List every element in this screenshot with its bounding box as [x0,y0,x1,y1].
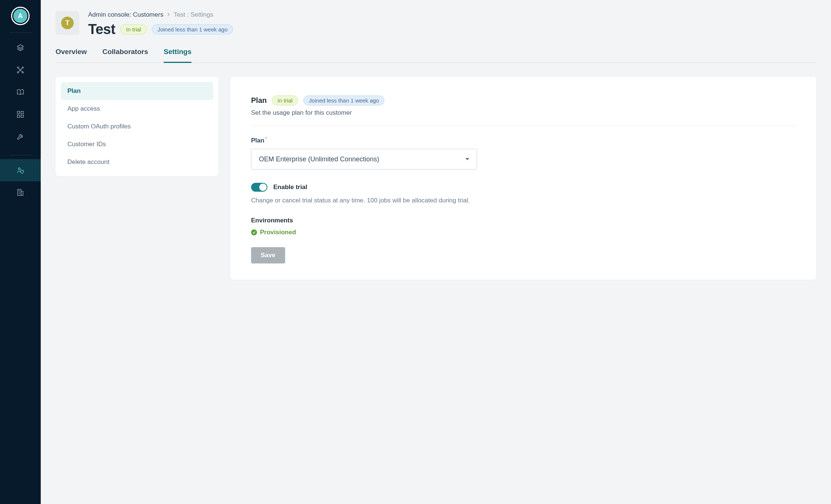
tab-overview[interactable]: Overview [56,48,87,63]
nav-item-graph[interactable] [0,59,41,81]
wrench-icon [16,132,24,141]
svg-rect-11 [17,111,20,114]
sidenav-item-app-access[interactable]: App access [61,100,213,118]
svg-line-7 [21,68,22,69]
environments-status-text: Provisioned [260,229,296,236]
svg-line-9 [21,71,22,72]
customer-tile: T [56,11,79,35]
trial-badge: In trial [120,24,147,34]
left-nav: A [0,0,41,504]
plan-select-value: OEM Enterprise (Unlimited Connections) [259,155,379,163]
toggle-knob [259,184,267,191]
sidenav-item-oauth[interactable]: Custom OAuth profiles [61,118,213,135]
plan-panel: Plan In trial Joined less than 1 week ag… [230,77,816,280]
svg-line-8 [19,71,20,72]
required-asterisk: * [265,136,267,141]
svg-rect-14 [21,115,23,117]
page-header: T Admin console: Customers Test : Settin… [56,11,816,37]
nav-divider-2 [9,155,31,155]
settings-sidenav: Plan App access Custom OAuth profiles Cu… [56,77,218,176]
graph-icon [16,66,24,74]
breadcrumb-part-2: Test : Settings [174,11,213,19]
chevron-right-icon [167,12,170,18]
nav-item-admin[interactable] [0,159,41,181]
plan-joined-badge: Joined less than 1 week ago [303,95,384,105]
joined-badge: Joined less than 1 week ago [152,24,233,34]
sidenav-item-plan[interactable]: Plan [61,82,213,100]
nav-divider [9,33,31,33]
svg-line-6 [19,68,20,69]
avatar-initial: A [13,9,27,23]
grid-icon [16,110,24,118]
plan-section-subtitle: Set the usage plan for this customer [251,109,795,117]
svg-rect-12 [21,111,23,114]
tab-collaborators[interactable]: Collaborators [103,48,148,63]
environments-title: Environments [251,217,795,224]
svg-point-5 [22,72,24,73]
stack-icon [16,44,24,52]
user-shield-icon [16,166,24,174]
environments-status: Provisioned [251,229,795,236]
breadcrumb-part-1[interactable]: Admin console: Customers [88,11,163,19]
main-area: T Admin console: Customers Test : Settin… [41,0,831,504]
book-icon [16,88,24,96]
plan-trial-badge: In trial [272,95,298,105]
chevron-down-icon [465,158,469,160]
check-circle-icon [251,229,257,235]
sidenav-item-delete[interactable]: Delete account [61,153,213,171]
nav-item-stack[interactable] [0,37,41,59]
enable-trial-toggle[interactable] [251,183,267,192]
divider [251,125,795,126]
tab-settings[interactable]: Settings [164,48,191,63]
building-icon [16,188,24,196]
sidenav-item-customer-ids[interactable]: Customer IDs [61,135,213,153]
svg-point-1 [20,69,21,71]
svg-point-15 [19,168,21,170]
nav-item-tools[interactable] [0,125,41,148]
enable-trial-help: Change or cancel trial status at any tim… [251,197,795,204]
nav-item-grid[interactable] [0,103,41,125]
breadcrumb: Admin console: Customers Test : Settings [88,11,233,19]
tabs: Overview Collaborators Settings [56,48,816,63]
plan-section-title: Plan [251,96,267,105]
page-title: Test [88,21,115,37]
svg-point-3 [22,67,24,68]
svg-point-2 [17,67,19,68]
enable-trial-label: Enable trial [273,184,307,191]
plan-select[interactable]: OEM Enterprise (Unlimited Connections) [251,149,477,169]
svg-point-4 [17,72,19,73]
save-button[interactable]: Save [251,247,285,263]
nav-item-org[interactable] [0,181,41,204]
svg-marker-0 [17,45,24,48]
svg-rect-16 [18,189,21,196]
account-avatar[interactable]: A [11,7,30,25]
svg-rect-17 [21,191,23,195]
customer-tile-initial: T [61,17,74,29]
nav-item-book[interactable] [0,81,41,103]
plan-field-label: Plan [251,137,264,144]
svg-rect-13 [17,115,20,117]
